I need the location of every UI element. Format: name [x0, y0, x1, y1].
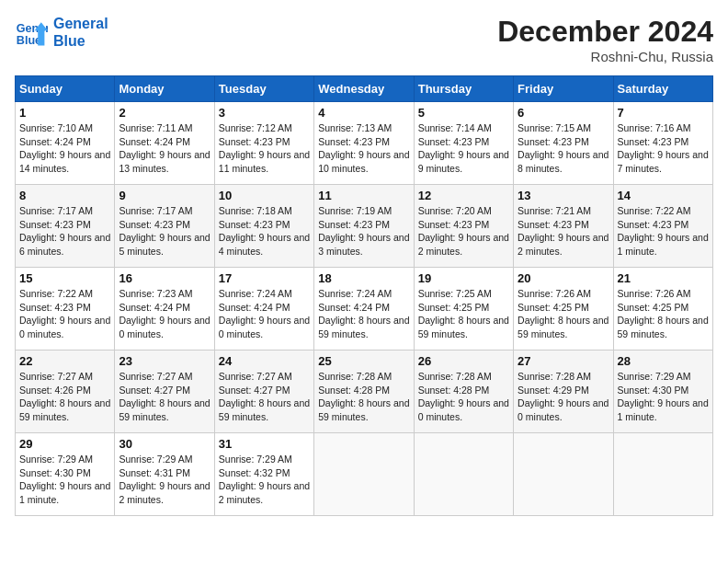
day-info: Sunrise: 7:28 AMSunset: 4:29 PMDaylight:… [518, 370, 609, 424]
day-number: 17 [219, 271, 310, 285]
logo-icon: General Blue [15, 16, 48, 49]
calendar-cell: 25Sunrise: 7:28 AMSunset: 4:28 PMDayligh… [314, 350, 414, 433]
calendar-cell: 18Sunrise: 7:24 AMSunset: 4:24 PMDayligh… [314, 268, 414, 350]
day-number: 7 [618, 106, 709, 120]
calendar-week-row: 15Sunrise: 7:22 AMSunset: 4:23 PMDayligh… [16, 268, 713, 350]
day-number: 12 [418, 189, 509, 202]
calendar-week-row: 29Sunrise: 7:29 AMSunset: 4:30 PMDayligh… [16, 433, 713, 516]
day-info: Sunrise: 7:29 AMSunset: 4:32 PMDaylight:… [219, 453, 310, 507]
calendar-cell: 3Sunrise: 7:12 AMSunset: 4:23 PMDaylight… [214, 102, 313, 185]
calendar-cell [414, 433, 513, 516]
calendar-cell: 24Sunrise: 7:27 AMSunset: 4:27 PMDayligh… [214, 350, 313, 433]
svg-text:Blue: Blue [17, 34, 41, 47]
day-number: 18 [318, 271, 409, 285]
calendar-cell: 17Sunrise: 7:24 AMSunset: 4:24 PMDayligh… [214, 268, 313, 350]
calendar-cell: 26Sunrise: 7:28 AMSunset: 4:28 PMDayligh… [414, 350, 513, 433]
calendar-cell: 10Sunrise: 7:18 AMSunset: 4:23 PMDayligh… [214, 185, 313, 268]
day-number: 11 [318, 189, 409, 202]
day-number: 6 [518, 106, 609, 120]
column-header-monday: Monday [115, 76, 214, 102]
calendar-cell: 22Sunrise: 7:27 AMSunset: 4:26 PMDayligh… [16, 350, 115, 433]
day-number: 4 [318, 106, 409, 120]
column-header-tuesday: Tuesday [214, 76, 313, 102]
day-info: Sunrise: 7:20 AMSunset: 4:23 PMDaylight:… [418, 204, 509, 259]
day-info: Sunrise: 7:23 AMSunset: 4:24 PMDaylight:… [119, 287, 210, 341]
day-number: 20 [518, 271, 609, 285]
day-info: Sunrise: 7:15 AMSunset: 4:23 PMDaylight:… [518, 121, 609, 176]
location: Roshni-Chu, Russia [497, 49, 713, 64]
day-number: 16 [119, 271, 210, 285]
calendar-week-row: 8Sunrise: 7:17 AMSunset: 4:23 PMDaylight… [16, 185, 713, 268]
calendar-cell: 27Sunrise: 7:28 AMSunset: 4:29 PMDayligh… [514, 350, 613, 433]
day-info: Sunrise: 7:18 AMSunset: 4:23 PMDaylight:… [219, 204, 310, 259]
day-info: Sunrise: 7:22 AMSunset: 4:23 PMDaylight:… [618, 204, 709, 259]
day-info: Sunrise: 7:16 AMSunset: 4:23 PMDaylight:… [618, 121, 709, 176]
calendar-week-row: 22Sunrise: 7:27 AMSunset: 4:26 PMDayligh… [16, 350, 713, 433]
calendar-cell: 15Sunrise: 7:22 AMSunset: 4:23 PMDayligh… [16, 268, 115, 350]
calendar-cell: 11Sunrise: 7:19 AMSunset: 4:23 PMDayligh… [314, 185, 414, 268]
day-info: Sunrise: 7:12 AMSunset: 4:23 PMDaylight:… [219, 121, 310, 176]
day-number: 23 [119, 354, 210, 368]
calendar-cell: 4Sunrise: 7:13 AMSunset: 4:23 PMDaylight… [314, 102, 414, 185]
day-number: 27 [518, 354, 609, 368]
calendar-cell: 28Sunrise: 7:29 AMSunset: 4:30 PMDayligh… [613, 350, 712, 433]
day-number: 15 [19, 271, 110, 285]
day-number: 13 [518, 189, 609, 202]
calendar-cell: 13Sunrise: 7:21 AMSunset: 4:23 PMDayligh… [514, 185, 613, 268]
logo-line1: General [53, 15, 108, 32]
day-info: Sunrise: 7:21 AMSunset: 4:23 PMDaylight:… [518, 204, 609, 259]
calendar-cell: 20Sunrise: 7:26 AMSunset: 4:25 PMDayligh… [514, 268, 613, 350]
calendar-cell: 7Sunrise: 7:16 AMSunset: 4:23 PMDaylight… [613, 102, 712, 185]
day-number: 29 [19, 437, 110, 451]
day-number: 14 [618, 189, 709, 202]
day-info: Sunrise: 7:28 AMSunset: 4:28 PMDaylight:… [418, 370, 509, 424]
calendar-cell: 9Sunrise: 7:17 AMSunset: 4:23 PMDaylight… [115, 185, 214, 268]
day-info: Sunrise: 7:28 AMSunset: 4:28 PMDaylight:… [318, 370, 409, 424]
page-header: General Blue General Blue December 2024 … [15, 15, 713, 64]
logo-line2: Blue [53, 32, 108, 50]
calendar-cell [613, 433, 712, 516]
calendar-cell: 30Sunrise: 7:29 AMSunset: 4:31 PMDayligh… [115, 433, 214, 516]
day-number: 25 [318, 354, 409, 368]
day-number: 3 [219, 106, 310, 120]
day-number: 1 [19, 106, 110, 120]
day-info: Sunrise: 7:29 AMSunset: 4:30 PMDaylight:… [19, 453, 110, 507]
calendar-table: SundayMondayTuesdayWednesdayThursdayFrid… [15, 75, 713, 516]
calendar-cell: 23Sunrise: 7:27 AMSunset: 4:27 PMDayligh… [115, 350, 214, 433]
day-info: Sunrise: 7:25 AMSunset: 4:25 PMDaylight:… [418, 287, 509, 341]
day-info: Sunrise: 7:29 AMSunset: 4:30 PMDaylight:… [618, 370, 709, 424]
day-info: Sunrise: 7:14 AMSunset: 4:23 PMDaylight:… [418, 121, 509, 176]
day-info: Sunrise: 7:26 AMSunset: 4:25 PMDaylight:… [518, 287, 609, 341]
day-info: Sunrise: 7:26 AMSunset: 4:25 PMDaylight:… [618, 287, 709, 341]
day-info: Sunrise: 7:24 AMSunset: 4:24 PMDaylight:… [318, 287, 409, 341]
day-number: 24 [219, 354, 310, 368]
day-number: 19 [418, 271, 509, 285]
calendar-cell: 29Sunrise: 7:29 AMSunset: 4:30 PMDayligh… [16, 433, 115, 516]
month-title: December 2024 [497, 15, 713, 49]
calendar-cell: 1Sunrise: 7:10 AMSunset: 4:24 PMDaylight… [16, 102, 115, 185]
day-info: Sunrise: 7:19 AMSunset: 4:23 PMDaylight:… [318, 204, 409, 259]
day-number: 22 [19, 354, 110, 368]
column-header-wednesday: Wednesday [314, 76, 414, 102]
title-block: December 2024 Roshni-Chu, Russia [497, 15, 713, 64]
calendar-cell: 12Sunrise: 7:20 AMSunset: 4:23 PMDayligh… [414, 185, 513, 268]
calendar-cell: 5Sunrise: 7:14 AMSunset: 4:23 PMDaylight… [414, 102, 513, 185]
day-number: 30 [119, 437, 210, 451]
calendar-cell: 16Sunrise: 7:23 AMSunset: 4:24 PMDayligh… [115, 268, 214, 350]
calendar-cell: 14Sunrise: 7:22 AMSunset: 4:23 PMDayligh… [613, 185, 712, 268]
day-info: Sunrise: 7:24 AMSunset: 4:24 PMDaylight:… [219, 287, 310, 341]
calendar-week-row: 1Sunrise: 7:10 AMSunset: 4:24 PMDaylight… [16, 102, 713, 185]
calendar-cell: 21Sunrise: 7:26 AMSunset: 4:25 PMDayligh… [613, 268, 712, 350]
day-number: 2 [119, 106, 210, 120]
day-number: 26 [418, 354, 509, 368]
day-number: 5 [418, 106, 509, 120]
day-info: Sunrise: 7:10 AMSunset: 4:24 PMDaylight:… [19, 121, 110, 176]
calendar-cell: 2Sunrise: 7:11 AMSunset: 4:24 PMDaylight… [115, 102, 214, 185]
column-header-thursday: Thursday [414, 76, 513, 102]
day-info: Sunrise: 7:29 AMSunset: 4:31 PMDaylight:… [119, 453, 210, 507]
day-number: 31 [219, 437, 310, 451]
calendar-cell [514, 433, 613, 516]
calendar-cell: 6Sunrise: 7:15 AMSunset: 4:23 PMDaylight… [514, 102, 613, 185]
day-info: Sunrise: 7:27 AMSunset: 4:27 PMDaylight:… [219, 370, 310, 424]
column-header-saturday: Saturday [613, 76, 712, 102]
